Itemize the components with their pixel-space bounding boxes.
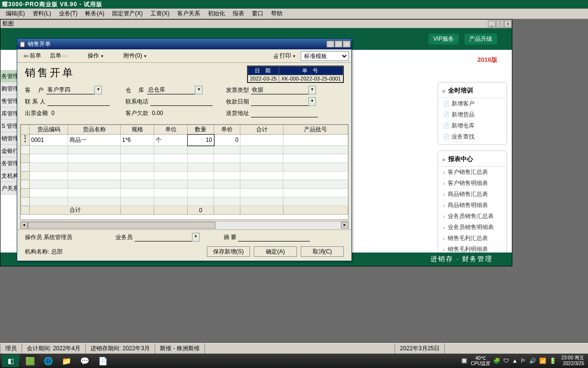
cell-price[interactable]: 0 xyxy=(214,135,240,146)
menu-init[interactable]: 初始化 xyxy=(204,10,229,18)
salesman-input[interactable] xyxy=(135,233,192,242)
vip-service-button[interactable]: VIP服务 xyxy=(428,33,459,45)
dialog-min-button[interactable]: _ xyxy=(327,41,334,47)
print-button[interactable]: 🖨打印 xyxy=(270,50,299,61)
menu-edit[interactable]: 编辑(E) xyxy=(2,10,29,18)
menu-report[interactable]: 报表 xyxy=(229,10,248,18)
col-spec[interactable]: 规格 xyxy=(121,125,154,135)
menu-account[interactable]: 帐务(A) xyxy=(81,10,108,18)
cell-name[interactable]: 商品一 xyxy=(68,135,121,146)
sidebar-item[interactable]: 售管理 xyxy=(0,95,18,107)
scroll-right-button[interactable]: ► xyxy=(341,222,349,229)
col-unit[interactable]: 单位 xyxy=(154,125,188,135)
confirm-button[interactable]: 确定(A) xyxy=(254,246,297,257)
menu-data[interactable]: 资料(L) xyxy=(29,10,55,18)
sidebar-item[interactable]: 务管理 xyxy=(0,157,18,170)
contact-input[interactable] xyxy=(47,97,110,106)
nav-min-button[interactable]: _ xyxy=(488,21,496,27)
grid-hscrollbar[interactable]: ◄ ► xyxy=(20,221,349,229)
tray-icon[interactable]: 🔲 xyxy=(461,357,468,364)
sidebar-item[interactable]: 户关系 xyxy=(0,182,18,195)
sidebar-item[interactable]: S 管理 xyxy=(0,120,18,132)
row-index[interactable]: 1 * xyxy=(21,135,30,146)
next-order-button[interactable]: 后单⇨ xyxy=(46,50,71,61)
col-total[interactable]: 合计 xyxy=(240,125,283,135)
sidebar-item[interactable]: 支机构 xyxy=(0,170,18,182)
upgrade-button[interactable]: 产品升级 xyxy=(464,33,498,45)
summary-input[interactable] xyxy=(238,233,310,242)
start-button[interactable]: ◧ xyxy=(2,355,19,367)
tray-icon[interactable]: 🧩 xyxy=(493,357,500,364)
link-new-goods[interactable]: 新增货品 xyxy=(438,109,507,120)
cell-code[interactable]: 0001 xyxy=(30,135,68,146)
prev-order-button[interactable]: ⇦前单 xyxy=(20,50,45,61)
taskbar-explorer-icon[interactable]: 📁 xyxy=(57,355,76,367)
cell-unit[interactable]: 个 xyxy=(154,135,188,146)
link-new-warehouse[interactable]: 新增仓库 xyxy=(438,120,507,131)
taskbar-ie-icon[interactable]: 🌐 xyxy=(39,355,57,367)
operation-dropdown[interactable]: 操作 xyxy=(84,50,107,61)
sidebar-item[interactable]: 库管理 xyxy=(0,107,18,120)
sidebar-item[interactable]: 金银行 xyxy=(0,145,18,157)
taskbar-wechat-icon[interactable]: 💬 xyxy=(76,355,94,367)
menu-business[interactable]: 业务(T) xyxy=(55,10,81,18)
warehouse-input[interactable] xyxy=(147,86,195,94)
tray-icon[interactable]: 🔋 xyxy=(549,357,556,364)
tray-icon[interactable]: 🏳 xyxy=(520,357,526,364)
col-batch[interactable]: 产品批号 xyxy=(283,125,348,135)
cell-total[interactable] xyxy=(240,135,283,146)
template-select[interactable]: 标准模板 xyxy=(301,51,349,61)
tray-icon[interactable]: ▲ xyxy=(512,357,518,364)
dialog-close-button[interactable]: × xyxy=(343,41,351,47)
addr-input[interactable] xyxy=(251,109,318,117)
sidebar-item[interactable]: 务管理 xyxy=(0,70,18,82)
col-price[interactable]: 单价 xyxy=(214,125,240,135)
col-code[interactable]: 货品编码 xyxy=(30,125,68,135)
link-biz-search[interactable]: 业务查找 xyxy=(438,131,507,142)
report-link[interactable]: 商品销售汇总表 xyxy=(438,189,507,200)
menu-help[interactable]: 帮助 xyxy=(267,10,286,18)
report-link[interactable]: 客户销售汇总表 xyxy=(438,167,507,178)
sidebar-item[interactable]: 购管理 xyxy=(0,82,18,95)
cell-spec[interactable]: 1*6 xyxy=(121,135,154,146)
nav-close-button[interactable]: × xyxy=(504,21,512,27)
menu-window[interactable]: 窗口 xyxy=(248,10,267,18)
attachment-button[interactable]: 附件(0) xyxy=(120,50,150,61)
report-link[interactable]: 销售毛利汇总表 xyxy=(438,233,507,244)
phone-input[interactable] xyxy=(150,97,213,106)
report-link[interactable]: 业务员销售汇总表 xyxy=(438,211,507,222)
cancel-button[interactable]: 取消(C) xyxy=(301,246,344,257)
customer-dropdown-button[interactable]: ▼ xyxy=(94,86,102,94)
nav-max-button[interactable]: □ xyxy=(496,21,504,27)
warehouse-dropdown-button[interactable]: ▼ xyxy=(195,86,203,94)
report-link[interactable]: 客户销售明细表 xyxy=(438,178,507,189)
cell-batch[interactable] xyxy=(283,135,348,146)
scroll-left-button[interactable]: ◄ xyxy=(20,222,28,229)
report-link[interactable]: 商品销售明细表 xyxy=(438,200,507,211)
paydate-input[interactable] xyxy=(251,97,308,106)
tray-network-icon[interactable]: 📶 xyxy=(539,357,546,364)
taskbar-clock[interactable]: 23:00 周五 2022/3/25 xyxy=(559,355,586,367)
invoice-type-input[interactable] xyxy=(251,86,308,94)
salesman-dropdown-button[interactable]: ▼ xyxy=(192,233,200,242)
col-qty[interactable]: 数量 xyxy=(188,125,214,135)
paydate-dropdown-button[interactable]: ▼ xyxy=(308,97,316,106)
link-new-customer[interactable]: 新增客户 xyxy=(438,98,507,109)
items-grid[interactable]: 货品编码 货品名称 规格 单位 数量 单价 合计 产品批号 1 * 0001 商… xyxy=(20,124,349,220)
menu-assets[interactable]: 固定资产(X) xyxy=(108,10,147,18)
dialog-max-button[interactable]: □ xyxy=(335,41,342,47)
scroll-thumb[interactable] xyxy=(28,222,215,229)
cell-qty-editing[interactable]: 10 xyxy=(188,135,214,146)
menu-salary[interactable]: 工资(X) xyxy=(147,10,173,18)
save-new-button[interactable]: 保存新增(S) xyxy=(207,246,250,257)
taskbar-app-icon[interactable]: 🟩 xyxy=(21,355,39,367)
invoice-type-dropdown-button[interactable]: ▼ xyxy=(308,86,316,94)
menu-crm[interactable]: 客户关系 xyxy=(173,10,204,18)
sidebar-item[interactable]: 销管理 xyxy=(0,132,18,145)
taskbar-word-icon[interactable]: 📄 xyxy=(94,355,112,367)
customer-input[interactable] xyxy=(46,86,94,94)
col-name[interactable]: 货品名称 xyxy=(68,125,121,135)
tray-volume-icon[interactable]: 🔊 xyxy=(529,357,536,364)
system-tray[interactable]: 🔲 40℃CPU温度 🧩 🛡 ▲ 🏳 🔊 📶 🔋 23:00 周五 2022/3… xyxy=(461,355,586,367)
tray-icon[interactable]: 🛡 xyxy=(503,357,509,364)
